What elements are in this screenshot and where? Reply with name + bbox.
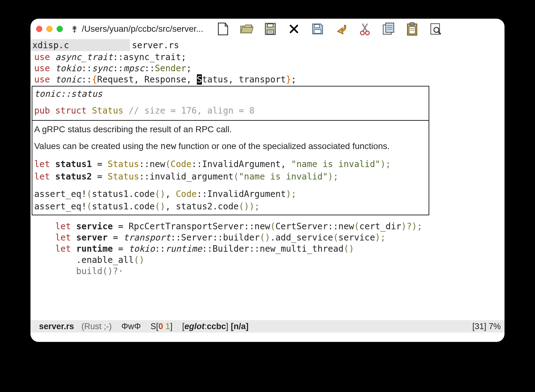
copy-icon[interactable] [382, 22, 395, 35]
svg-rect-8 [314, 30, 321, 33]
svg-point-12 [365, 31, 369, 35]
modeline-lsp: [eglot:ccbc] [182, 322, 228, 331]
modeline-major-mode: (Rust ;-) [81, 322, 112, 331]
modeline-position: [31] 7% [472, 322, 501, 331]
close-x-icon[interactable] [287, 22, 300, 35]
editor-area[interactable]: use async_trait::async_trait; use tokio:… [30, 51, 505, 278]
modeline-filename: server.rs [39, 322, 74, 331]
code-below: let service = RpcCertTransportServer::ne… [32, 215, 503, 277]
undo-icon[interactable] [335, 22, 348, 35]
lsp-hover-popup: tonic::status pub struct Status // size … [32, 86, 429, 215]
modeline-encoding: ΦwΦ [121, 322, 141, 331]
close-window-button[interactable] [36, 26, 42, 32]
window-controls [36, 26, 63, 32]
vcs-indicator-icon: ⚵ [72, 24, 77, 34]
svg-rect-2 [267, 30, 273, 34]
modeline-diagnostics: S[0 1] [151, 322, 173, 331]
open-folder-icon[interactable] [240, 22, 253, 35]
svg-rect-1 [268, 24, 273, 27]
svg-rect-14 [386, 23, 394, 32]
hover-crumb: tonic::status [34, 89, 102, 99]
svg-rect-19 [410, 23, 414, 25]
text-cursor: S [197, 74, 202, 85]
tab-bar: xdisp.c server.rs [30, 39, 505, 51]
mode-line: server.rs (Rust ;-) ΦwΦ S[0 1] [eglot:cc… [30, 320, 505, 333]
window-title: /Users/yuan/p/ccbc/src/server... [82, 24, 203, 34]
minimize-window-button[interactable] [46, 26, 53, 32]
cut-icon[interactable] [358, 22, 371, 35]
toolbar [216, 22, 442, 35]
titlebar: ⚵ /Users/yuan/p/ccbc/src/server... [30, 19, 505, 39]
editor-window: ⚵ /Users/yuan/p/ccbc/src/server... [30, 19, 505, 342]
new-file-icon[interactable] [216, 22, 230, 35]
svg-point-11 [361, 31, 364, 35]
code-line: use tokio::sync::mpsc::Sender; [32, 63, 503, 74]
svg-rect-7 [314, 25, 319, 28]
save-icon[interactable] [311, 22, 324, 35]
modeline-na: [n/a] [231, 322, 249, 331]
code-line: use tonic::{Request, Response, Status, t… [32, 74, 503, 85]
paste-icon[interactable] [406, 22, 419, 35]
hover-example: let status1 = Status::new(Code::InvalidA… [32, 155, 429, 215]
disk-icon[interactable] [264, 22, 277, 35]
tab-xdisp[interactable]: xdisp.c [30, 39, 130, 51]
search-icon[interactable] [429, 22, 442, 35]
code-line: use async_trait::async_trait; [32, 52, 503, 63]
hover-desc-1: A gRPC status describing the result of a… [34, 123, 427, 136]
hover-desc-2: Values can be created using the new func… [34, 140, 427, 152]
tab-server[interactable]: server.rs [130, 39, 181, 51]
zoom-window-button[interactable] [57, 26, 63, 32]
